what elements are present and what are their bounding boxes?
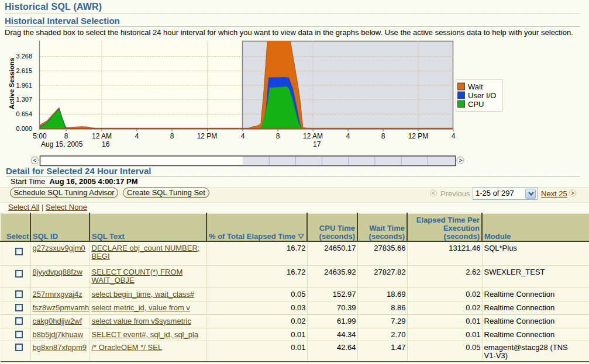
svg-text:12 PM: 12 PM <box>197 132 218 140</box>
svg-text:2.615: 2.615 <box>16 67 32 74</box>
svg-text:0.000: 0.000 <box>16 125 32 132</box>
svg-text:16: 16 <box>102 140 110 148</box>
svg-text:1.961: 1.961 <box>16 82 32 89</box>
svg-text:CPU: CPU <box>468 100 484 109</box>
svg-text:4: 4 <box>346 132 350 140</box>
svg-text:12 PM: 12 PM <box>408 132 429 140</box>
svg-text:4: 4 <box>135 132 139 140</box>
svg-text:User I/O: User I/O <box>468 91 496 100</box>
svg-text:1.307: 1.307 <box>16 96 32 103</box>
svg-text:8: 8 <box>381 132 385 140</box>
svg-text:3.268: 3.268 <box>16 53 32 60</box>
svg-text:Aug 15, 2005: Aug 15, 2005 <box>41 140 83 148</box>
svg-text:8: 8 <box>64 132 68 140</box>
svg-text:Active Sessions: Active Sessions <box>8 58 15 109</box>
svg-text:12 AM: 12 AM <box>303 132 323 140</box>
svg-text:8: 8 <box>276 132 280 140</box>
svg-text:5:00: 5:00 <box>33 132 47 140</box>
svg-text:4: 4 <box>241 132 245 140</box>
svg-text:17: 17 <box>313 140 321 148</box>
svg-text:12 AM: 12 AM <box>92 132 112 140</box>
svg-text:Wait: Wait <box>468 82 483 91</box>
svg-text:0.654: 0.654 <box>16 110 32 117</box>
svg-text:4: 4 <box>452 132 456 140</box>
svg-text:8: 8 <box>170 132 174 140</box>
